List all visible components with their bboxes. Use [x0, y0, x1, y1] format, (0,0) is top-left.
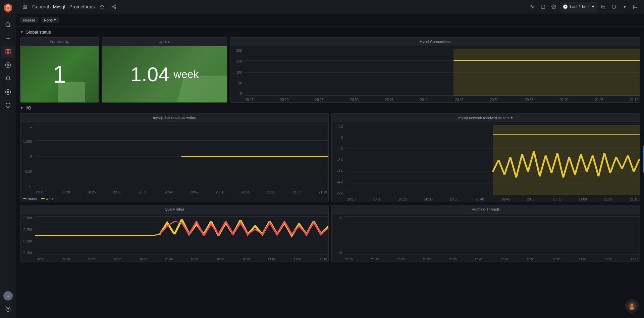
threads-x-labels: 20:1520:2020:2520:3020:3520:4020:4520:50… [344, 258, 640, 261]
help-icon[interactable] [2, 303, 14, 315]
instance-up-value: 1 [53, 60, 66, 88]
running-threads-panel: Running Threads 1510 20:1520:2020:2520:3… [331, 205, 640, 262]
chevron-icon: ▼ [20, 30, 23, 34]
network-y-labels: 1 K0-1 K-2 K-3 K-4 K-5 K [332, 125, 344, 195]
query-x-labels: 20:1520:2020:2520:3020:3520:4020:4520:50… [35, 258, 328, 261]
instance-up-value-container: 1 [20, 46, 99, 102]
breadcrumb-parent[interactable]: General [32, 4, 49, 9]
instance-up-panel: Instance Up 1 [20, 37, 99, 103]
topbar-left: General / Mysql - Prometheus [20, 2, 119, 11]
notifications-icon[interactable] [631, 2, 640, 11]
sidebar-item-search[interactable] [2, 19, 14, 31]
mysql-connections-panel: Mysql Connections 200150100500 [230, 37, 640, 103]
svg-rect-17 [25, 5, 26, 6]
uptime-value-container: 1.04 week [102, 46, 227, 102]
app-logo[interactable] [3, 3, 13, 13]
sidebar: U [0, 0, 16, 318]
grid-icon[interactable] [20, 2, 30, 11]
svg-marker-12 [7, 64, 9, 66]
time-picker-label: Last 1 hour [570, 4, 590, 9]
sidebar-item-add[interactable] [2, 32, 14, 44]
io-row: mysql disk reads vs writes 10.5000-0.50-… [20, 113, 640, 202]
filter-dropdown-arrow: ▾ [54, 18, 56, 22]
svg-marker-20 [100, 5, 104, 8]
filter-release-tag[interactable]: release [20, 17, 38, 23]
time-picker[interactable]: 🕐 Last 1 hour ▾ [560, 2, 597, 11]
uptime-value-group: 1.04 week [130, 63, 199, 86]
sidebar-item-dashboards[interactable] [2, 46, 14, 58]
write-legend-label: write [46, 196, 54, 200]
svg-rect-18 [23, 7, 24, 8]
network-title-text: mysql network received vs sent [459, 116, 510, 120]
query-rates-panel: Query rates 0.3000.2500.2000.150 [20, 205, 329, 262]
uptime-unit: week [174, 68, 199, 81]
disk-reads-writes-panel: mysql disk reads vs writes 10.5000-0.50-… [20, 113, 329, 202]
svg-rect-9 [6, 52, 7, 54]
query-y-labels: 0.3000.2500.2000.150 [20, 216, 33, 255]
section-global-status[interactable]: ▼ Global status [20, 30, 640, 35]
section-io[interactable]: ▼ I/O [20, 105, 640, 110]
sidebar-item-shield[interactable] [2, 99, 14, 111]
legend-write: write [41, 196, 54, 200]
uptime-panel: Uptime 1.04 week [102, 37, 227, 103]
reads-legend-dot [23, 198, 26, 199]
topbar: General / Mysql - Prometheus [16, 0, 644, 13]
network-title[interactable]: mysql network received vs sent ▾ [332, 113, 640, 122]
filter-dropdown-label: None [44, 18, 53, 22]
svg-rect-7 [6, 49, 7, 51]
topbar-right: 🕐 Last 1 hour ▾ ▾ [528, 2, 640, 11]
svg-rect-16 [23, 5, 24, 6]
sidebar-item-alerting[interactable] [2, 73, 14, 85]
global-status-row: Instance Up 1 Uptime 1.04 week [20, 37, 640, 103]
svg-point-21 [115, 5, 116, 6]
dashboard-settings-icon[interactable] [549, 2, 558, 11]
svg-point-34 [631, 304, 634, 307]
svg-point-2 [7, 5, 9, 6]
dashboard: ▼ Global status Instance Up 1 Uptime 1.0… [16, 27, 644, 318]
query-row: Query rates 0.3000.2500.2000.150 [20, 205, 640, 262]
sidebar-item-settings[interactable] [2, 86, 14, 98]
svg-point-11 [5, 63, 10, 68]
breadcrumb-separator: / [50, 4, 52, 9]
uptime-title: Uptime [102, 38, 227, 46]
chat-widget[interactable] [625, 299, 639, 313]
disk-legend: reads write [20, 195, 328, 202]
favorite-icon[interactable] [97, 2, 107, 11]
share-icon[interactable] [109, 2, 119, 11]
graph-view-icon[interactable] [528, 2, 537, 11]
svg-line-24 [113, 7, 115, 7]
mysql-connections-title: Mysql Connections [230, 38, 640, 46]
filter-none-dropdown[interactable]: None ▾ [41, 17, 59, 23]
refresh-icon[interactable] [609, 2, 619, 11]
write-legend-dot [41, 198, 45, 199]
instance-up-title: Instance Up [20, 38, 99, 46]
svg-point-26 [553, 6, 554, 7]
legend-reads: reads [23, 196, 37, 200]
svg-point-13 [7, 91, 9, 93]
io-chevron-icon: ▼ [20, 106, 23, 110]
save-icon[interactable] [538, 2, 548, 11]
mysql-connections-chart: 200150100500 [230, 46, 640, 102]
svg-point-23 [115, 7, 116, 9]
svg-point-22 [112, 6, 114, 7]
zoom-out-icon[interactable] [598, 2, 608, 11]
mysql-connections-y-labels: 200150100500 [230, 49, 243, 96]
svg-rect-19 [25, 7, 26, 8]
filterbar: release None ▾ [16, 13, 644, 27]
svg-rect-8 [8, 49, 10, 51]
io-section-title: I/O [25, 105, 31, 110]
breadcrumb-current: Mysql - Prometheus [53, 4, 95, 9]
svg-line-28 [604, 7, 605, 8]
query-rates-title: Query rates [20, 205, 328, 214]
disk-x-labels: 20:1520:2020:2520:3020:3520:4020:4520:50… [35, 190, 328, 194]
threads-y-labels: 1510 [332, 216, 343, 255]
svg-line-25 [113, 5, 115, 6]
sidebar-item-explore[interactable] [2, 59, 14, 71]
section-title: Global status [25, 30, 51, 35]
network-x-labels: 20:1520:2020:2520:3020:3520:4020:4520:50… [346, 197, 640, 201]
time-picker-chevron: ▾ [592, 4, 594, 9]
avatar[interactable]: U [3, 291, 13, 301]
refresh-dropdown-icon[interactable]: ▾ [620, 2, 629, 11]
reads-legend-label: reads [28, 196, 37, 200]
network-panel: mysql network received vs sent ▾ 1 K0-1 … [331, 113, 640, 202]
